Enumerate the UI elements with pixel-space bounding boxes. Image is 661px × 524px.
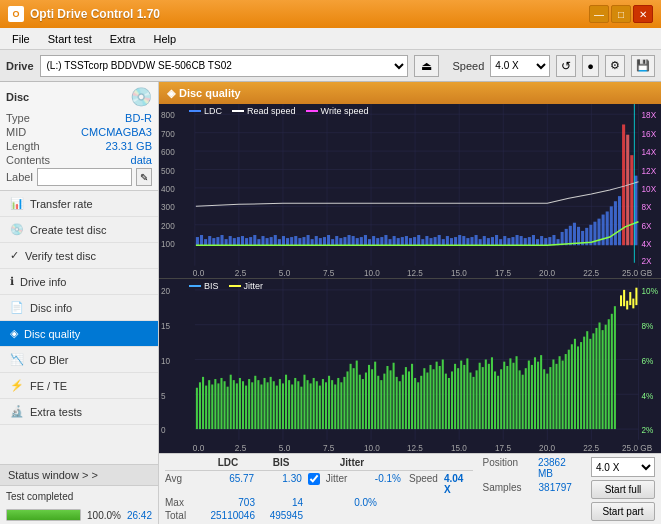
disc-type-row: Type BD-R	[6, 112, 152, 124]
samples-value: 381797	[539, 482, 572, 493]
status-window-bar[interactable]: Status window > >	[0, 464, 158, 485]
disc-label-button[interactable]: ✎	[136, 168, 152, 186]
svg-rect-206	[297, 381, 299, 429]
speed-select[interactable]: 4.0 X	[490, 55, 550, 77]
sidebar-item-create-test-disc[interactable]: 💿 Create test disc	[0, 217, 158, 243]
svg-rect-230	[371, 369, 373, 429]
titlebar: O Opti Drive Control 1.70 — □ ✕	[0, 0, 661, 28]
svg-rect-281	[528, 361, 530, 430]
svg-rect-226	[359, 375, 361, 429]
svg-text:0.0: 0.0	[193, 269, 205, 278]
svg-rect-84	[458, 235, 461, 245]
svg-rect-315	[635, 288, 637, 305]
svg-text:17.5: 17.5	[495, 269, 511, 278]
svg-rect-264	[476, 370, 478, 429]
svg-rect-221	[343, 377, 345, 429]
svg-text:2X: 2X	[642, 257, 653, 266]
menu-start-test[interactable]: Start test	[40, 31, 100, 47]
bottom-chart-legend: BIS Jitter	[189, 281, 263, 291]
drive-select[interactable]: (L:) TSSTcorp BDDVDW SE-506CB TS02	[40, 55, 408, 77]
svg-rect-232	[377, 376, 379, 429]
svg-rect-49	[315, 236, 318, 245]
svg-rect-80	[442, 239, 445, 245]
maximize-button[interactable]: □	[611, 5, 631, 23]
svg-rect-178	[211, 384, 213, 429]
svg-text:15: 15	[161, 321, 170, 331]
svg-rect-112	[573, 223, 576, 246]
menu-help[interactable]: Help	[145, 31, 184, 47]
svg-rect-312	[626, 301, 628, 310]
svg-rect-197	[270, 377, 272, 429]
svg-rect-204	[291, 384, 293, 429]
legend-write-speed: Write speed	[306, 106, 369, 116]
svg-rect-273	[503, 362, 505, 429]
svg-text:2.5: 2.5	[235, 443, 247, 453]
svg-rect-216	[328, 376, 330, 429]
speed-results-dropdown[interactable]: 4.0 X	[591, 457, 655, 477]
svg-rect-225	[356, 361, 358, 430]
progress-area: Test completed	[0, 485, 158, 507]
minimize-button[interactable]: —	[589, 5, 609, 23]
sidebar-item-transfer-rate[interactable]: 📊 Transfer rate	[0, 191, 158, 217]
svg-rect-250	[433, 369, 435, 429]
eject-button[interactable]: ⏏	[414, 55, 439, 77]
create-disc-icon: 💿	[10, 223, 24, 236]
svg-rect-61	[364, 235, 367, 245]
close-button[interactable]: ✕	[633, 5, 653, 23]
svg-rect-109	[561, 232, 564, 245]
disc-label-input[interactable]	[37, 168, 132, 186]
svg-rect-103	[536, 239, 539, 245]
record-button[interactable]: ●	[582, 55, 599, 77]
settings-button[interactable]: ⚙	[605, 55, 625, 77]
disc-type-value: BD-R	[125, 112, 152, 124]
svg-rect-21	[200, 235, 203, 245]
save-button[interactable]: 💾	[631, 55, 655, 77]
sidebar-item-drive-info[interactable]: ℹ Drive info	[0, 269, 158, 295]
jitter-checkbox[interactable]	[308, 473, 320, 485]
svg-rect-104	[540, 236, 543, 245]
svg-text:12.5: 12.5	[407, 443, 423, 453]
svg-rect-56	[343, 237, 346, 245]
svg-rect-99	[520, 236, 523, 245]
svg-rect-244	[414, 378, 416, 429]
stats-total-bis: 495945	[259, 510, 303, 521]
sidebar-item-disc-info[interactable]: 📄 Disc info	[0, 295, 158, 321]
svg-rect-241	[405, 367, 407, 429]
svg-text:22.5: 22.5	[583, 443, 599, 453]
svg-rect-255	[448, 378, 450, 429]
menubar: File Start test Extra Help	[0, 28, 661, 50]
start-part-button[interactable]: Start part	[591, 502, 655, 521]
svg-rect-265	[479, 363, 481, 429]
svg-rect-175	[202, 377, 204, 429]
menu-extra[interactable]: Extra	[102, 31, 144, 47]
apply-speed-button[interactable]: ↺	[556, 55, 576, 77]
sidebar-item-fe-te-label: FE / TE	[30, 380, 67, 392]
start-full-button[interactable]: Start full	[591, 480, 655, 499]
top-chart: LDC Read speed Write speed	[159, 104, 661, 279]
svg-rect-183	[227, 387, 229, 429]
svg-rect-271	[497, 376, 499, 429]
svg-rect-214	[322, 379, 324, 429]
drive-label: Drive	[6, 60, 34, 72]
write-speed-legend-color	[306, 110, 318, 112]
svg-rect-46	[302, 237, 305, 245]
sidebar-item-extra-tests[interactable]: 🔬 Extra tests	[0, 399, 158, 425]
svg-rect-245	[417, 382, 419, 429]
svg-rect-300	[586, 331, 588, 429]
svg-rect-111	[569, 226, 572, 245]
position-samples: Position 23862 MB Samples 381797	[483, 457, 583, 493]
sidebar-item-cd-bler[interactable]: 📉 CD Bler	[0, 347, 158, 373]
svg-rect-285	[540, 355, 542, 429]
svg-text:5.0: 5.0	[279, 269, 291, 278]
svg-rect-179	[214, 379, 216, 429]
svg-rect-303	[595, 328, 597, 429]
status-text: Test completed	[6, 491, 73, 502]
sidebar-item-verify-test-disc[interactable]: ✓ Verify test disc	[0, 243, 158, 269]
sidebar-item-disc-quality[interactable]: ◈ Disc quality	[0, 321, 158, 347]
sidebar-item-verify-test-disc-label: Verify test disc	[25, 250, 96, 262]
svg-rect-25	[216, 237, 219, 245]
svg-rect-31	[241, 236, 244, 245]
sidebar-item-fe-te[interactable]: ⚡ FE / TE	[0, 373, 158, 399]
svg-rect-268	[488, 364, 490, 429]
menu-file[interactable]: File	[4, 31, 38, 47]
